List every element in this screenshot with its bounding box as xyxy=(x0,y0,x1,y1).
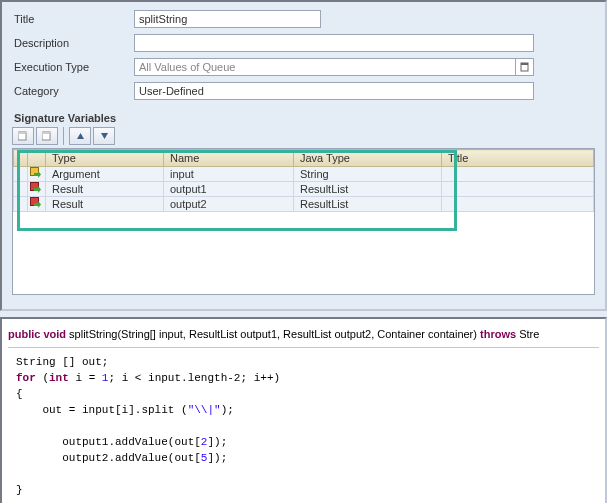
table-row[interactable]: ArgumentinputString xyxy=(14,167,594,182)
method-signature: public void splitString(String[] input, … xyxy=(8,323,599,348)
category-input[interactable] xyxy=(134,82,534,100)
row-selector[interactable] xyxy=(14,182,28,197)
row-selector[interactable] xyxy=(14,197,28,212)
add-row-button[interactable] xyxy=(12,127,34,145)
cell-java-type[interactable]: ResultList xyxy=(294,197,442,212)
function-properties-panel: Title Description Execution Type All Val… xyxy=(0,0,607,311)
table-empty-space xyxy=(13,212,594,284)
delete-row-button[interactable] xyxy=(36,127,58,145)
description-row: Description xyxy=(12,34,595,52)
execution-type-label: Execution Type xyxy=(12,61,134,73)
table-row[interactable]: Resultoutput2ResultList xyxy=(14,197,594,212)
svg-rect-1 xyxy=(521,63,528,65)
execution-type-row: Execution Type All Values of Queue xyxy=(12,58,595,76)
cell-name[interactable]: output2 xyxy=(164,197,294,212)
execution-type-select[interactable]: All Values of Queue xyxy=(134,58,534,76)
kw-throws: throws xyxy=(480,328,516,340)
cell-name[interactable]: input xyxy=(164,167,294,182)
signature-table-wrapper: Type Name Java Type Title ArgumentinputS… xyxy=(12,148,595,295)
row-selector[interactable] xyxy=(14,167,28,182)
move-up-button[interactable] xyxy=(69,127,91,145)
cell-title[interactable] xyxy=(442,197,594,212)
cell-type[interactable]: Argument xyxy=(46,167,164,182)
code-panel: public void splitString(String[] input, … xyxy=(0,317,607,503)
header-icon xyxy=(28,150,46,167)
signature-table: Type Name Java Type Title ArgumentinputS… xyxy=(13,149,594,212)
title-input[interactable] xyxy=(134,10,321,28)
toolbar-separator xyxy=(63,127,64,145)
title-row: Title xyxy=(12,10,595,28)
title-label: Title xyxy=(12,13,134,25)
move-down-button[interactable] xyxy=(93,127,115,145)
cell-java-type[interactable]: String xyxy=(294,167,442,182)
signature-variables-title: Signature Variables xyxy=(12,112,595,124)
category-row: Category xyxy=(12,82,595,100)
cell-type[interactable]: Result xyxy=(46,197,164,212)
cell-title[interactable] xyxy=(442,182,594,197)
header-type[interactable]: Type xyxy=(46,150,164,167)
sig-body: splitString(String[] input, ResultList o… xyxy=(66,328,480,340)
execution-type-value: All Values of Queue xyxy=(139,61,235,73)
description-label: Description xyxy=(12,37,134,49)
cell-name[interactable]: output1 xyxy=(164,182,294,197)
description-input[interactable] xyxy=(134,34,534,52)
cell-title[interactable] xyxy=(442,167,594,182)
sig-tail: Stre xyxy=(516,328,539,340)
dropdown-icon xyxy=(515,59,533,75)
row-type-icon xyxy=(28,182,46,197)
header-name[interactable]: Name xyxy=(164,150,294,167)
header-java[interactable]: Java Type xyxy=(294,150,442,167)
cell-type[interactable]: Result xyxy=(46,182,164,197)
svg-rect-5 xyxy=(42,132,50,134)
category-label: Category xyxy=(12,85,134,97)
header-title[interactable]: Title xyxy=(442,150,594,167)
table-toolbar xyxy=(12,127,595,145)
code-body[interactable]: String [] out; for (int i = 1; i < input… xyxy=(8,354,599,498)
header-select xyxy=(14,150,28,167)
svg-marker-6 xyxy=(77,133,84,139)
svg-rect-3 xyxy=(18,132,26,134)
cell-java-type[interactable]: ResultList xyxy=(294,182,442,197)
row-type-icon xyxy=(28,167,46,182)
table-row[interactable]: Resultoutput1ResultList xyxy=(14,182,594,197)
kw-public-void: public void xyxy=(8,328,66,340)
row-type-icon xyxy=(28,197,46,212)
svg-marker-7 xyxy=(101,133,108,139)
